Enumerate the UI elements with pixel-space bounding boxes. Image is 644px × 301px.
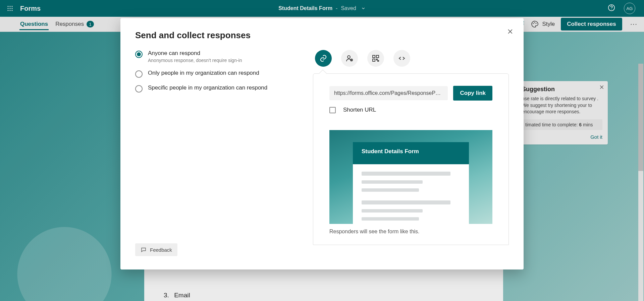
share-tab-embed[interactable] (393, 50, 410, 67)
preview-form-title: Student Details Form (353, 142, 469, 161)
radio-anyone-sub: Anonymous response, doesn't require sign… (148, 58, 242, 63)
copy-link-button[interactable]: Copy link (453, 86, 492, 101)
send-collect-modal: Send and collect responses Anyone can re… (120, 18, 524, 269)
person-plus-icon (345, 54, 354, 62)
chat-icon (141, 247, 147, 253)
radio-org-indicator (135, 70, 143, 78)
modal-overlay: Send and collect responses Anyone can re… (0, 0, 644, 301)
preview-caption: Responders will see the form like this. (329, 229, 492, 235)
modal-close-icon[interactable] (507, 28, 514, 36)
radio-org[interactable]: Only people in my organization can respo… (135, 70, 276, 78)
share-link-field[interactable]: https://forms.office.com/Pages/ResponseP… (329, 86, 448, 100)
form-preview: Student Details Form (329, 130, 492, 224)
embed-icon (398, 54, 406, 62)
radio-specific-indicator (135, 85, 143, 93)
shorten-url-row[interactable]: Shorten URL (329, 107, 492, 113)
svg-point-20 (347, 56, 350, 58)
feedback-label: Feedback (150, 247, 172, 253)
radio-anyone-label: Anyone can respond (148, 50, 242, 57)
shorten-url-checkbox[interactable] (329, 107, 336, 113)
svg-rect-25 (376, 55, 379, 58)
radio-specific-label: Specific people in my organization can r… (148, 84, 267, 91)
radio-specific[interactable]: Specific people in my organization can r… (135, 84, 276, 93)
link-icon (319, 54, 327, 62)
svg-rect-28 (378, 60, 379, 61)
radio-org-label: Only people in my organization can respo… (148, 70, 259, 76)
qr-icon (372, 54, 380, 62)
share-tab-qr[interactable] (367, 50, 384, 67)
placeholder-line (362, 200, 450, 204)
radio-anyone[interactable]: Anyone can respond Anonymous response, d… (135, 50, 276, 63)
placeholder-line (362, 172, 450, 176)
modal-title: Send and collect responses (135, 30, 509, 41)
share-tab-link[interactable] (315, 50, 332, 67)
link-panel: https://forms.office.com/Pages/ResponseP… (313, 73, 509, 245)
radio-anyone-indicator (135, 51, 143, 58)
placeholder-line (362, 209, 423, 213)
svg-rect-27 (376, 59, 377, 60)
svg-rect-26 (373, 59, 375, 61)
shorten-url-label: Shorten URL (343, 107, 376, 113)
placeholder-line (362, 188, 419, 192)
feedback-button[interactable]: Feedback (135, 243, 177, 256)
share-method-tabs (315, 50, 509, 67)
placeholder-line (362, 217, 419, 221)
svg-rect-24 (373, 55, 375, 58)
share-tab-invite[interactable] (341, 50, 358, 67)
audience-radio-group: Anyone can respond Anonymous response, d… (135, 50, 276, 93)
placeholder-line (362, 180, 423, 184)
